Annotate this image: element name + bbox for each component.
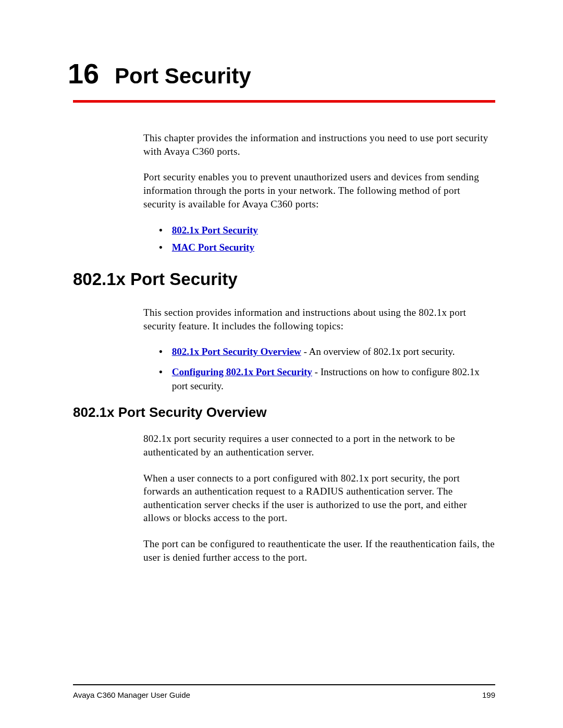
chapter-title: Port Security bbox=[115, 64, 251, 89]
footer-page-number: 199 bbox=[482, 690, 495, 699]
subsection1-paragraph-1: 802.1x port security requires a user con… bbox=[143, 432, 495, 459]
bullet-description: - An overview of 802.1x port security. bbox=[301, 346, 455, 357]
bullet-content: Configuring 802.1x Port Security - Instr… bbox=[172, 365, 495, 393]
page-footer: Avaya C360 Manager User Guide 199 bbox=[68, 684, 495, 699]
section-heading-8021x: 802.1x Port Security bbox=[73, 269, 495, 289]
section1-bullet-list: • 802.1x Port Security Overview - An ove… bbox=[159, 345, 495, 393]
bullet-item: • 802.1x Port Security bbox=[159, 223, 495, 238]
chapter-header: 16 Port Security bbox=[68, 57, 495, 90]
intro-paragraph-2: Port security enables you to prevent una… bbox=[143, 170, 495, 211]
link-8021x-overview[interactable]: 802.1x Port Security Overview bbox=[172, 346, 301, 357]
chapter-number: 16 bbox=[68, 57, 99, 90]
footer-rule bbox=[73, 684, 495, 685]
bullet-item: • Configuring 802.1x Port Security - Ins… bbox=[159, 365, 495, 393]
bullet-content: 802.1x Port Security Overview - An overv… bbox=[172, 345, 495, 359]
section1-paragraph-1: This section provides information and in… bbox=[143, 306, 495, 332]
intro-paragraph-1: This chapter provides the information an… bbox=[143, 131, 495, 158]
bullet-marker: • bbox=[159, 345, 163, 359]
link-mac-port-security[interactable]: MAC Port Security bbox=[172, 240, 254, 255]
footer-content: Avaya C360 Manager User Guide 199 bbox=[73, 690, 495, 699]
subsection-heading-overview: 802.1x Port Security Overview bbox=[73, 404, 495, 421]
header-rule bbox=[73, 100, 495, 103]
bullet-marker: • bbox=[159, 365, 163, 393]
footer-guide-name: Avaya C360 Manager User Guide bbox=[73, 690, 190, 699]
subsection1-paragraph-3: The port can be configured to reauthenti… bbox=[143, 537, 495, 564]
bullet-item: • 802.1x Port Security Overview - An ove… bbox=[159, 345, 495, 359]
bullet-marker: • bbox=[159, 223, 163, 238]
intro-bullet-list: • 802.1x Port Security • MAC Port Securi… bbox=[159, 223, 495, 255]
bullet-item: • MAC Port Security bbox=[159, 240, 495, 255]
subsection1-paragraph-2: When a user connects to a port configure… bbox=[143, 472, 495, 525]
link-8021x-port-security[interactable]: 802.1x Port Security bbox=[172, 223, 258, 238]
bullet-marker: • bbox=[159, 240, 163, 255]
link-configuring-8021x[interactable]: Configuring 802.1x Port Security bbox=[172, 366, 312, 377]
